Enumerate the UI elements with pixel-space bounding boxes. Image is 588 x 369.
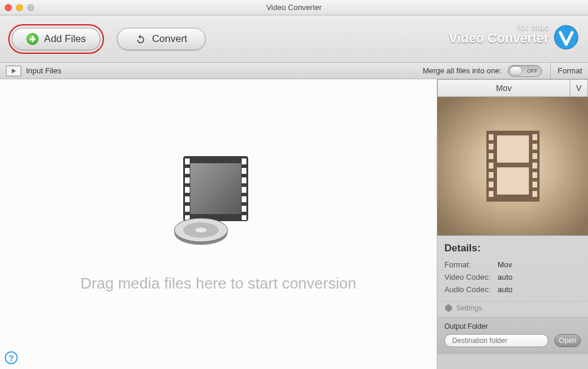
tab-secondary[interactable]: V (570, 79, 588, 97)
open-folder-button[interactable]: Open (554, 334, 581, 347)
details-heading: Details: (444, 242, 581, 254)
format-section-label: Format (558, 66, 582, 75)
svg-rect-9 (185, 196, 190, 202)
merge-label: Merge all files into one: (423, 66, 502, 75)
subbar: Input Files Merge all files into one: OF… (0, 63, 588, 79)
divider (550, 63, 551, 79)
content: Drag media files here to start conversio… (0, 79, 588, 369)
maximize-window-button[interactable] (27, 4, 34, 11)
svg-rect-29 (489, 163, 493, 169)
svg-marker-2 (12, 69, 16, 73)
svg-rect-30 (489, 172, 493, 178)
add-files-label: Add Files (44, 33, 86, 45)
svg-rect-18 (242, 215, 246, 220)
svg-point-22 (195, 228, 207, 232)
svg-rect-17 (242, 206, 246, 212)
close-window-button[interactable] (5, 4, 12, 11)
svg-rect-34 (532, 144, 537, 150)
detail-row-audio-codec: Audio Codec: auto (444, 285, 581, 294)
drop-zone[interactable]: Drag media files here to start conversio… (0, 79, 437, 369)
svg-rect-15 (242, 187, 246, 193)
toggle-state-text: OFF (527, 68, 538, 74)
audio-codec-key: Audio Codec: (444, 285, 498, 294)
merge-toggle[interactable]: OFF (508, 65, 542, 77)
brand-title: Video Converter (449, 31, 549, 46)
svg-rect-27 (489, 144, 493, 150)
svg-rect-36 (532, 163, 537, 169)
toolbar: Add Files Convert for mac Video Converte… (0, 15, 588, 63)
svg-rect-16 (242, 196, 246, 202)
svg-rect-35 (532, 153, 537, 159)
minimize-window-button[interactable] (16, 4, 23, 11)
svg-rect-26 (489, 134, 493, 140)
format-panel: Mov V Details: (437, 79, 588, 369)
svg-rect-25 (497, 167, 529, 195)
input-files-icon[interactable] (6, 66, 21, 76)
detail-row-format: Format: Mov (444, 260, 581, 269)
video-codec-value: auto (498, 273, 512, 281)
output-folder-label: Output Folder (444, 322, 581, 331)
window-title: Video Converter (0, 3, 588, 12)
format-key: Format: (444, 260, 498, 269)
format-preview (437, 97, 588, 236)
svg-rect-12 (242, 158, 246, 164)
refresh-icon (135, 34, 146, 44)
convert-button[interactable]: Convert (117, 28, 206, 50)
svg-rect-4 (190, 163, 241, 214)
output-section: Output Folder Open (437, 318, 588, 354)
svg-rect-24 (497, 135, 529, 163)
filmstrip-icon (486, 131, 540, 202)
svg-rect-13 (242, 168, 246, 174)
settings-button[interactable]: Settings (437, 301, 588, 318)
svg-rect-33 (532, 134, 537, 140)
format-value: Mov (498, 260, 512, 269)
input-files-label: Input Files (26, 66, 61, 75)
svg-rect-8 (185, 187, 190, 193)
output-folder-input[interactable] (444, 334, 548, 347)
svg-rect-38 (532, 182, 537, 187)
svg-rect-39 (532, 191, 537, 197)
brand-logo-icon (554, 25, 579, 50)
toggle-knob (509, 66, 522, 76)
help-icon[interactable]: ? (5, 351, 18, 364)
tab-secondary-label: V (576, 83, 581, 93)
play-icon (11, 68, 17, 74)
svg-rect-31 (489, 182, 493, 187)
plus-icon (27, 33, 38, 45)
settings-label: Settings (456, 304, 482, 312)
video-codec-key: Video Codec: (444, 273, 498, 281)
svg-rect-5 (185, 158, 190, 164)
tab-mov-label: Mov (496, 83, 511, 93)
svg-rect-14 (242, 177, 246, 183)
tab-mov[interactable]: Mov (437, 79, 570, 97)
svg-rect-28 (489, 153, 493, 159)
svg-rect-7 (185, 177, 190, 183)
audio-codec-value: auto (498, 285, 512, 294)
svg-rect-32 (489, 191, 493, 197)
window-controls (5, 4, 34, 11)
svg-rect-6 (185, 168, 190, 174)
svg-rect-37 (532, 172, 537, 178)
open-button-label: Open (559, 336, 576, 345)
format-tabs: Mov V (437, 79, 588, 97)
titlebar: Video Converter (0, 0, 588, 15)
convert-label: Convert (152, 33, 187, 45)
details-section: Details: Format: Mov Video Codec: auto A… (437, 236, 588, 301)
brand: for mac Video Converter (449, 22, 576, 46)
drag-hint-text: Drag media files here to start conversio… (0, 274, 437, 293)
film-clapper-icon (165, 150, 272, 251)
svg-rect-10 (185, 206, 190, 212)
detail-row-video-codec: Video Codec: auto (444, 273, 581, 281)
add-files-button[interactable]: Add Files (12, 28, 100, 50)
gear-icon (444, 304, 453, 312)
